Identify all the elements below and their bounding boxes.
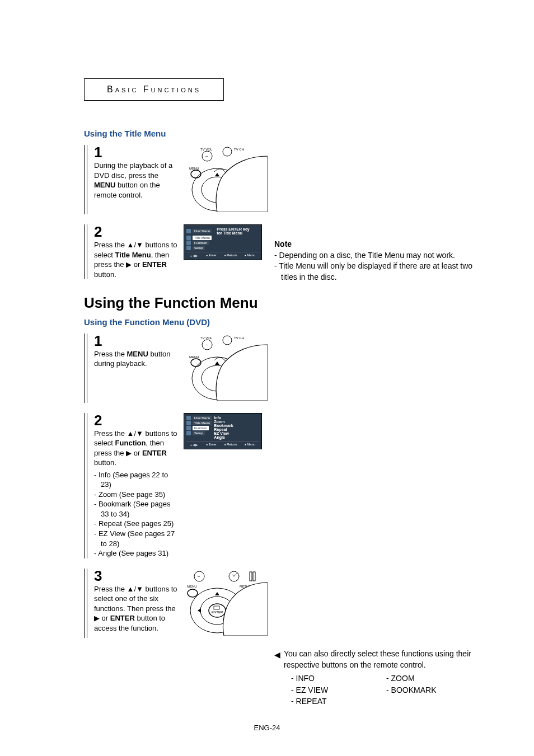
step-text: 2 Press the ▲/▼ buttons to select Title … <box>94 224 184 279</box>
section-title-function-menu: Using the Function Menu (DVD) <box>84 317 500 327</box>
osd-screenshot: Disc Menu Title Menu Function Setup Info… <box>184 413 268 449</box>
svg-rect-30 <box>214 606 219 609</box>
svg-text:TV CH: TV CH <box>234 336 244 340</box>
direct-functions-note: ◀ You can also directly select these fun… <box>274 648 498 707</box>
chapter-header: Basic Functions <box>84 78 224 101</box>
step-number: 1 <box>94 145 179 159</box>
remote-illustration: TV VOL TV CH − MENU <box>184 145 268 214</box>
step-text: 2 Press the ▲/▼ buttons to select Functi… <box>94 413 184 558</box>
step-number: 2 <box>94 224 179 239</box>
step-divider <box>84 145 87 214</box>
remote-menu-press-icon: TV VOL TV CH − MENU <box>184 334 268 401</box>
main-heading-function-menu: Using the Function Menu <box>84 294 500 312</box>
section-title-title-menu: Using the Title Menu <box>84 129 500 138</box>
svg-text:ENTER: ENTER <box>212 611 223 614</box>
function-menu-step-3: 3 Press the ▲/▼ buttons to select one of… <box>84 569 500 638</box>
step-text: 1 Press the MENU button during playback. <box>94 334 184 369</box>
step-text: 1 During the playback of a DVD disc, pre… <box>94 145 184 200</box>
svg-rect-22 <box>253 572 255 581</box>
svg-point-6 <box>191 170 201 178</box>
remote-illustration: TV VOL TV CH − MENU <box>184 334 268 403</box>
svg-point-13 <box>223 336 232 345</box>
step-divider <box>84 224 87 279</box>
step-number: 1 <box>94 334 179 348</box>
direct-col-2: ZOOM BOOKMARK <box>386 673 481 707</box>
step-divider <box>84 413 87 558</box>
remote-menu-press-icon: TV VOL TV CH − MENU <box>184 145 268 212</box>
step-number: 2 <box>94 413 179 428</box>
svg-point-15 <box>191 359 201 367</box>
svg-text:TV VOL: TV VOL <box>200 336 213 340</box>
function-menu-step-2: 2 Press the ▲/▼ buttons to select Functi… <box>84 413 500 558</box>
svg-text:MENU: MENU <box>189 355 199 359</box>
remote-illustration: − MENU RETURN ENTER <box>184 569 268 638</box>
chapter-title: Basic Functions <box>107 84 201 94</box>
osd-screenshot: Disc Menu Press ENTER key for Title Menu… <box>184 224 268 260</box>
svg-text:−: − <box>205 154 208 159</box>
svg-point-4 <box>223 147 232 156</box>
step-number: 3 <box>94 569 179 583</box>
title-menu-step-1: 1 During the playback of a DVD disc, pre… <box>84 145 500 214</box>
pointer-left-icon: ◀ <box>274 648 280 671</box>
direct-col-1: INFO EZ VIEW REPEAT <box>291 673 386 707</box>
page-number: ENG-24 <box>34 724 500 732</box>
svg-rect-21 <box>250 572 252 581</box>
manual-page: Basic Functions Using the Title Menu 1 D… <box>0 0 534 756</box>
svg-text:−: − <box>205 342 208 348</box>
svg-text:TV VOL: TV VOL <box>200 148 213 151</box>
svg-text:TV CH: TV CH <box>234 148 244 151</box>
note-heading: Note <box>274 239 487 250</box>
step-text: 3 Press the ▲/▼ buttons to select one of… <box>94 569 184 633</box>
remote-enter-press-icon: − MENU RETURN ENTER <box>184 569 268 636</box>
svg-text:MENU: MENU <box>189 167 199 170</box>
osd-title-menu: Disc Menu Press ENTER key for Title Menu… <box>184 224 262 260</box>
step-divider <box>84 334 87 403</box>
osd-function-menu: Disc Menu Title Menu Function Setup Info… <box>184 413 262 449</box>
svg-point-25 <box>188 589 198 597</box>
svg-text:MENU: MENU <box>187 585 197 588</box>
svg-text:−: − <box>198 574 200 579</box>
title-menu-note: Note Depending on a disc, the Title Menu… <box>274 239 487 283</box>
step-divider <box>84 569 87 638</box>
function-menu-step-1: 1 Press the MENU button during playback.… <box>84 334 500 403</box>
